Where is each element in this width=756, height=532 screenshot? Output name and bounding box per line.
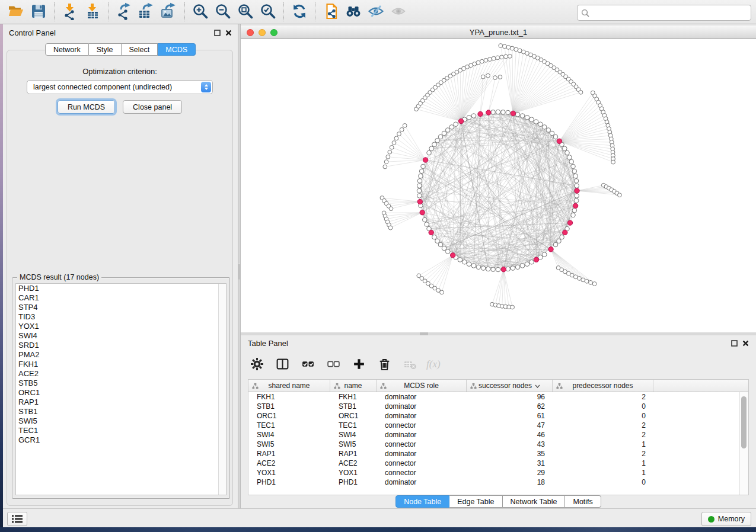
tab-motifs[interactable]: Motifs <box>565 495 601 508</box>
table-row[interactable]: YOX1YOX1connector291 <box>248 468 748 477</box>
mcds-result-item[interactable]: YOX1 <box>16 322 226 331</box>
table-scrollbar[interactable] <box>739 392 748 495</box>
close-panel-button[interactable]: Close panel <box>123 100 182 114</box>
table-row[interactable]: FKH1FKH1dominator962 <box>248 392 748 402</box>
open-file-icon <box>7 2 25 22</box>
mcds-result-item[interactable]: CAR1 <box>16 293 226 303</box>
network-canvas[interactable] <box>241 39 756 332</box>
export-image-button[interactable] <box>158 2 180 22</box>
table-scrollbar-thumb[interactable] <box>741 396 747 448</box>
table-cell: SWI4 <box>330 431 377 439</box>
task-history-button[interactable] <box>7 512 27 526</box>
toolbar-icon-group <box>0 2 410 22</box>
table-cell: dominator <box>377 450 467 458</box>
settings-gear-button[interactable] <box>249 357 264 373</box>
close-panel-icon[interactable] <box>225 30 232 36</box>
table-cell: dominator <box>377 412 467 420</box>
add-column-button[interactable] <box>351 357 366 373</box>
mcds-result-item[interactable]: SWI5 <box>16 416 226 426</box>
table-cell: 0 <box>553 478 653 486</box>
import-table-button[interactable] <box>81 2 104 22</box>
zoom-out-button[interactable] <box>212 2 234 22</box>
split-columns-button[interactable] <box>275 357 290 373</box>
run-mcds-button[interactable]: Run MCDS <box>58 100 115 114</box>
tab-node-table[interactable]: Node Table <box>395 495 449 508</box>
control-panel-tabs: NetworkStyleSelectMCDS <box>3 43 238 56</box>
table-row[interactable]: SWI4SWI4dominator462 <box>248 430 748 440</box>
mcds-result-item[interactable]: SWI4 <box>16 331 226 341</box>
float-table-panel-icon[interactable] <box>731 340 738 347</box>
zoom-in-button[interactable] <box>189 2 212 22</box>
table-cell: SWI4 <box>248 431 330 439</box>
table-cell: 1 <box>553 459 653 467</box>
mcds-result-item[interactable]: STB1 <box>16 407 226 416</box>
apply-layout-icon <box>291 2 308 22</box>
tab-select[interactable]: Select <box>122 43 158 56</box>
import-network-button[interactable] <box>59 2 81 22</box>
column-header-successor-nodes[interactable]: successor nodes <box>467 380 553 392</box>
table-panel: Table Panel f(x) shared namenameMCDS rol… <box>241 335 756 508</box>
find-button[interactable] <box>342 2 365 22</box>
mcds-result-item[interactable]: ORC1 <box>16 388 226 398</box>
tab-mcds[interactable]: MCDS <box>158 43 196 56</box>
float-panel-icon[interactable] <box>214 30 221 36</box>
mcds-result-item[interactable]: FKH1 <box>16 360 226 369</box>
mcds-result-item[interactable]: STP4 <box>16 303 226 312</box>
mcds-result-item[interactable]: GCR1 <box>16 435 226 445</box>
zoom-selected-button[interactable] <box>257 2 279 22</box>
table-row[interactable]: PHD1PHD1dominator180 <box>248 477 748 487</box>
table-row[interactable]: ACE2ACE2connector311 <box>248 459 748 468</box>
mcds-result-item[interactable]: TID3 <box>16 312 226 322</box>
mcds-result-item[interactable]: STB5 <box>16 379 226 388</box>
tab-edge-table[interactable]: Edge Table <box>449 495 502 508</box>
mcds-result-item[interactable]: SRD1 <box>16 341 226 350</box>
splitter-grip[interactable] <box>238 264 240 280</box>
deselect-all-button[interactable] <box>326 357 341 373</box>
table-cell: connector <box>377 469 467 477</box>
table-row[interactable]: ORC1ORC1dominator610 <box>248 411 748 421</box>
search-icon <box>581 9 589 17</box>
zoom-fit-button[interactable] <box>234 2 257 22</box>
hide-selection-button[interactable] <box>365 2 387 22</box>
attribute-icon <box>334 383 340 391</box>
search-input[interactable] <box>592 7 751 20</box>
memory-button[interactable]: Memory <box>701 512 751 526</box>
table-cell: 96 <box>467 393 553 401</box>
column-label: shared name <box>268 382 310 390</box>
mcds-result-item[interactable]: TEC1 <box>16 426 226 435</box>
table-cell: ACE2 <box>330 459 377 467</box>
save-session-button[interactable] <box>27 2 50 22</box>
column-header-predecessor-nodes[interactable]: predecessor nodes <box>553 380 653 392</box>
tab-network[interactable]: Network <box>45 43 89 56</box>
table-row[interactable]: RAP1RAP1dominator352 <box>248 449 748 459</box>
table-row[interactable]: STB1STB1dominator620 <box>248 402 748 411</box>
apply-layout-button[interactable] <box>288 2 311 22</box>
table-cell: SWI5 <box>330 440 377 448</box>
export-network-button[interactable] <box>113 2 135 22</box>
new-network-from-selection-button[interactable] <box>320 2 342 22</box>
mcds-result-item[interactable]: RAP1 <box>16 398 226 407</box>
table-row[interactable]: TEC1TEC1connector472 <box>248 421 748 430</box>
toolbar-separator <box>184 2 185 21</box>
criterion-select[interactable]: largest connected component (undirected) <box>27 80 213 94</box>
table-row[interactable]: SWI5SWI5connector431 <box>248 440 748 449</box>
tab-style[interactable]: Style <box>89 43 122 56</box>
column-header-name[interactable]: name <box>330 380 377 392</box>
mcds-result-item[interactable]: PHD1 <box>16 284 226 293</box>
open-file-button[interactable] <box>5 2 27 22</box>
zoom-selected-icon <box>259 2 277 22</box>
select-all-button[interactable] <box>300 357 315 373</box>
table-cell: PHD1 <box>330 478 377 486</box>
delete-column-button[interactable] <box>377 357 392 373</box>
table-cell: dominator <box>377 478 467 486</box>
export-table-button[interactable] <box>135 2 158 22</box>
column-header-shared-name[interactable]: shared name <box>248 380 330 392</box>
zoom-in-icon <box>192 2 209 22</box>
result-list-scrollbar[interactable] <box>218 284 226 495</box>
table-cell: TEC1 <box>248 421 330 430</box>
close-table-panel-icon[interactable] <box>742 340 749 347</box>
column-header-MCDS-role[interactable]: MCDS role <box>377 380 467 392</box>
mcds-result-item[interactable]: ACE2 <box>16 369 226 379</box>
tab-network-table[interactable]: Network Table <box>503 495 566 508</box>
mcds-result-item[interactable]: PMA2 <box>16 350 226 360</box>
